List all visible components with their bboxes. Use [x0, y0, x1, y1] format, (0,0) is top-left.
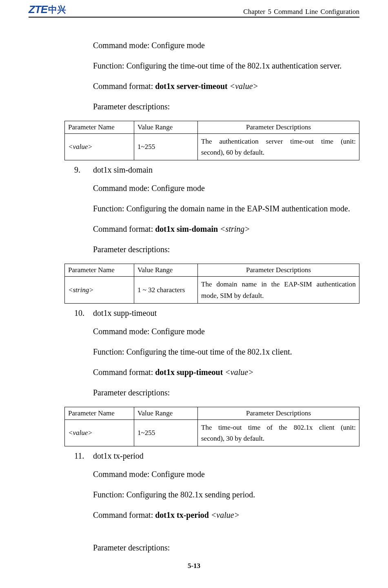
- param-desc-label: Parameter descriptions:: [93, 243, 359, 255]
- fmt-bold: dot1x server-timeout: [155, 82, 230, 91]
- fmt-arg: <value>: [230, 82, 258, 91]
- td-name: <value>: [65, 419, 134, 446]
- command-format: Command format: dot1x tx-period <value>: [93, 509, 359, 521]
- logo-ch: 中兴: [48, 4, 66, 16]
- page: ZTE 中兴 Chapter 5 Command Line Configurat…: [0, 0, 388, 578]
- table-row: <value> 1~255 The authentication server …: [65, 134, 359, 160]
- fmt-label: Command format:: [93, 368, 155, 377]
- command-mode: Command mode: Configure mode: [93, 182, 359, 194]
- param-desc-label: Parameter descriptions:: [93, 100, 359, 113]
- function: Function: Configuring the time-out time …: [93, 346, 359, 358]
- td-name: <value>: [65, 134, 134, 160]
- desc-line2: mode, SIM by default.: [201, 290, 356, 301]
- function: Function: Configuring the time-out time …: [93, 60, 359, 72]
- sec11-body: Command mode: Configure mode Function: C…: [93, 468, 359, 554]
- td-range: 1 ~ 32 characters: [134, 277, 198, 303]
- table-header-row: Parameter Name Value Range Parameter Des…: [65, 407, 359, 419]
- td-desc: The domain name in the EAP-SIM authentic…: [198, 277, 359, 303]
- command-format: Command format: dot1x supp-timeout <valu…: [93, 366, 359, 378]
- content: Command mode: Configure mode Function: C…: [29, 21, 359, 570]
- table-header-row: Parameter Name Value Range Parameter Des…: [65, 121, 359, 134]
- param-table-10: Parameter Name Value Range Parameter Des…: [64, 407, 359, 446]
- function: Function: Configuring the domain name in…: [93, 202, 359, 215]
- param-table-9: Parameter Name Value Range Parameter Des…: [64, 264, 359, 303]
- list-num: 10.: [74, 308, 86, 318]
- desc-line2: second), 60 by default.: [201, 147, 356, 158]
- sec8-body: Command mode: Configure mode Function: C…: [93, 39, 359, 113]
- logo: ZTE 中兴: [29, 3, 66, 16]
- table-row: <value> 1~255 The time-out time of the 8…: [65, 419, 359, 446]
- list-num: 9.: [74, 165, 86, 175]
- logo-en: ZTE: [29, 3, 47, 16]
- command-format: Command format: dot1x sim-domain <string…: [93, 223, 359, 235]
- th-desc: Parameter Descriptions: [198, 407, 359, 419]
- sec9-body: Command mode: Configure mode Function: C…: [93, 182, 359, 255]
- th-range: Value Range: [134, 264, 198, 277]
- fmt-label: Command format:: [93, 82, 155, 91]
- desc-line1: The time-out time of the 802.1x client (…: [201, 422, 356, 433]
- th-range: Value Range: [134, 121, 198, 134]
- fmt-label: Command format:: [93, 224, 155, 233]
- list-item-9: 9. dot1x sim-domain: [74, 165, 359, 175]
- th-name: Parameter Name: [65, 264, 134, 277]
- header-rule: [29, 17, 359, 18]
- list-title: dot1x sim-domain: [93, 165, 153, 175]
- list-title: dot1x supp-timeout: [93, 308, 157, 318]
- table-row: <string> 1 ~ 32 characters The domain na…: [65, 277, 359, 303]
- fmt-arg: <value>: [211, 510, 239, 519]
- sec10-body: Command mode: Configure mode Function: C…: [93, 325, 359, 399]
- th-name: Parameter Name: [65, 121, 134, 134]
- desc-line1: The authentication server time-out time …: [201, 136, 356, 147]
- page-number: 5-13: [29, 562, 359, 570]
- td-desc: The authentication server time-out time …: [198, 134, 359, 160]
- command-mode: Command mode: Configure mode: [93, 39, 359, 51]
- fmt-arg: <value>: [225, 368, 253, 377]
- td-range: 1~255: [134, 134, 198, 160]
- fmt-bold: dot1x tx-period: [155, 510, 211, 519]
- td-range: 1~255: [134, 419, 198, 446]
- table-header-row: Parameter Name Value Range Parameter Des…: [65, 264, 359, 277]
- list-title: dot1x tx-period: [93, 451, 144, 461]
- fmt-arg: <string>: [220, 224, 250, 233]
- desc-line1: The domain name in the EAP-SIM authentic…: [201, 279, 356, 290]
- param-desc-label: Parameter descriptions:: [93, 386, 359, 399]
- chapter-title: Chapter 5 Command Line Configuration: [243, 8, 359, 16]
- desc-line2: second), 30 by default.: [201, 433, 356, 444]
- th-desc: Parameter Descriptions: [198, 121, 359, 134]
- command-mode: Command mode: Configure mode: [93, 325, 359, 337]
- list-num: 11.: [74, 451, 86, 461]
- param-desc-label: Parameter descriptions:: [93, 541, 359, 554]
- command-mode: Command mode: Configure mode: [93, 468, 359, 480]
- function: Function: Configuring the 802.1x sending…: [93, 488, 359, 501]
- td-desc: The time-out time of the 802.1x client (…: [198, 419, 359, 446]
- fmt-bold: dot1x sim-domain: [155, 224, 220, 233]
- fmt-bold: dot1x supp-timeout: [155, 368, 225, 377]
- page-header: ZTE 中兴 Chapter 5 Command Line Configurat…: [29, 3, 359, 17]
- list-item-10: 10. dot1x supp-timeout: [74, 308, 359, 318]
- th-name: Parameter Name: [65, 407, 134, 419]
- param-table-8: Parameter Name Value Range Parameter Des…: [64, 121, 359, 160]
- fmt-label: Command format:: [93, 510, 155, 519]
- list-item-11: 11. dot1x tx-period: [74, 451, 359, 461]
- th-desc: Parameter Descriptions: [198, 264, 359, 277]
- th-range: Value Range: [134, 407, 198, 419]
- td-name: <string>: [65, 277, 134, 303]
- command-format: Command format: dot1x server-timeout <va…: [93, 80, 359, 92]
